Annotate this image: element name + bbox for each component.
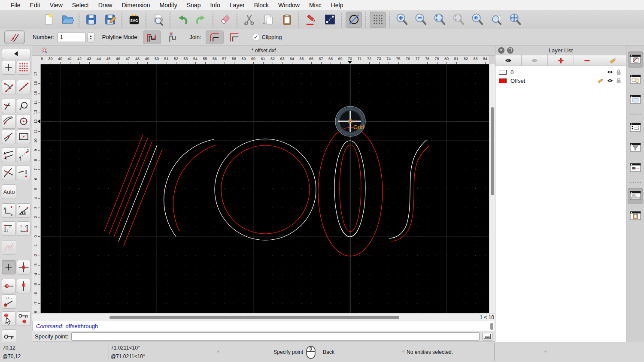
zoom-out-button[interactable] — [413, 12, 429, 28]
coord-polar-button[interactable] — [17, 203, 31, 218]
polyline-mode-segment-button[interactable] — [163, 30, 181, 44]
menu-block[interactable]: Block — [249, 2, 273, 9]
distance-2-1-button[interactable] — [17, 221, 31, 236]
horizontal-scrollbar-handle[interactable] — [109, 316, 399, 319]
paste-button[interactable] — [279, 12, 295, 28]
snap-auto-intersection-button[interactable] — [2, 148, 16, 162]
cut-button[interactable] — [241, 12, 257, 28]
set-relative-zero-button[interactable] — [2, 311, 16, 326]
new-document-button[interactable] — [40, 12, 56, 28]
polyline-mode-join-button[interactable] — [143, 30, 161, 44]
restrict-horizontal-button[interactable] — [2, 279, 16, 293]
horizontal-scrollbar[interactable]: 1 < 10 — [32, 313, 495, 321]
number-stepper[interactable]: ▲▼ — [87, 32, 94, 42]
vertical-scrollbar[interactable] — [489, 64, 495, 313]
redo-button[interactable] — [193, 12, 209, 28]
menu-select[interactable]: Select — [67, 2, 94, 9]
command-history[interactable]: Command: offsetthrough — [32, 321, 495, 331]
circle-slash-tool-button[interactable] — [346, 12, 362, 28]
coord-cartesian-button[interactable] — [2, 203, 16, 218]
delete-button[interactable] — [217, 12, 233, 28]
menu-info[interactable]: Info — [205, 2, 225, 9]
svg-export-button[interactable] — [126, 12, 142, 28]
draw-pencil-button[interactable] — [303, 12, 319, 28]
show-all-layers-button[interactable] — [495, 55, 522, 66]
menu-view[interactable]: View — [45, 2, 67, 9]
zoom-auto-button[interactable] — [431, 12, 448, 28]
drawing-canvas[interactable]: Grid — [41, 64, 489, 313]
restrict-nothing-button[interactable] — [2, 260, 16, 275]
menu-file[interactable]: File — [6, 2, 25, 9]
snap-center-button[interactable] — [17, 114, 31, 129]
menu-dimension[interactable]: Dimension — [117, 2, 155, 9]
snap-on-entity-button[interactable] — [17, 80, 31, 94]
save-button[interactable] — [83, 12, 99, 28]
document-tab-bar[interactable]: * offset.dxf — [32, 45, 495, 56]
number-input[interactable] — [58, 33, 86, 42]
copy-button[interactable] — [260, 12, 276, 28]
snap-free-button[interactable] — [2, 60, 16, 75]
edit-layer-button[interactable] — [600, 55, 626, 66]
dock-library-browser-button[interactable] — [628, 92, 643, 108]
command-window-toggle-button[interactable] — [482, 332, 492, 341]
layer-visibility-toggle[interactable] — [605, 69, 615, 75]
dock-clipboard-button[interactable] — [628, 208, 643, 224]
clipping-checkbox[interactable]: ✓ Clipping — [253, 34, 282, 40]
layer-row[interactable]: Offset — [495, 76, 626, 85]
active-tool-button[interactable] — [4, 30, 25, 44]
hide-all-layers-button[interactable] — [522, 55, 548, 66]
zoom-pan-button[interactable] — [507, 12, 523, 28]
layer-row[interactable]: 0 — [495, 68, 626, 76]
menu-help[interactable]: Help — [326, 2, 348, 9]
join-miter-button[interactable] — [225, 30, 243, 44]
layer-lock-toggle[interactable] — [615, 69, 623, 75]
layer-lock-toggle[interactable] — [615, 78, 623, 84]
snap-angle-button[interactable] — [2, 294, 16, 309]
restrict-orthogonal-button[interactable] — [17, 260, 31, 275]
grid-toggle-button[interactable] — [370, 12, 386, 28]
open-file-button[interactable] — [59, 12, 75, 28]
command-history-scrollbar[interactable] — [490, 323, 493, 330]
menu-modify[interactable]: Modify — [155, 2, 182, 9]
distance-1-2-button[interactable] — [2, 221, 16, 236]
dock-property-editor-button[interactable] — [628, 120, 643, 136]
snap-intersection-button[interactable] — [2, 166, 16, 180]
polyline-faded-button[interactable] — [2, 240, 16, 255]
menu-draw[interactable]: Draw — [94, 2, 117, 9]
join-round-button[interactable] — [206, 30, 224, 44]
snap-tangent-button[interactable] — [2, 114, 16, 129]
snap-endpoints-button[interactable] — [2, 80, 16, 94]
dock-command-line-button[interactable] — [628, 188, 643, 204]
auto-snap-button[interactable]: Auto — [2, 184, 16, 199]
menu-misc[interactable]: Misc — [304, 2, 326, 9]
layer-visibility-toggle[interactable] — [605, 78, 615, 84]
snap-nearest-button[interactable] — [2, 130, 16, 144]
snap-middle-button[interactable] — [17, 130, 31, 144]
snap-reference-button[interactable] — [17, 99, 31, 113]
menu-snap[interactable]: Snap — [182, 2, 206, 9]
dock-block-list-button[interactable] — [628, 72, 643, 88]
dock-selection-filter-button[interactable] — [628, 140, 643, 156]
restrict-vertical-button[interactable] — [17, 279, 31, 293]
add-layer-button[interactable] — [548, 55, 574, 66]
undo-button[interactable] — [174, 12, 190, 28]
remove-layer-button[interactable] — [574, 55, 600, 66]
zoom-selection-button[interactable] — [450, 12, 467, 28]
menu-layer[interactable]: Layer — [225, 2, 249, 9]
line-tool-button[interactable] — [322, 12, 338, 28]
snap-grid-button[interactable] — [17, 60, 31, 75]
lock-relative-zero-button[interactable] — [17, 311, 31, 326]
dock-layer-list-button[interactable] — [628, 51, 643, 68]
back-arrow-button[interactable] — [2, 49, 30, 59]
zoom-window-button[interactable] — [488, 12, 504, 28]
command-input[interactable] — [71, 332, 480, 341]
print-preview-button[interactable] — [150, 12, 166, 28]
zoom-previous-button[interactable] — [469, 12, 486, 28]
zoom-in-button[interactable] — [394, 12, 410, 28]
vertical-scrollbar-handle[interactable] — [491, 107, 494, 195]
menu-window[interactable]: Window — [273, 2, 304, 9]
dock-view-options-button[interactable] — [628, 160, 643, 176]
snap-restrict-warning-button[interactable] — [17, 166, 31, 180]
save-as-button[interactable] — [102, 12, 118, 28]
snap-distance-manual-button[interactable] — [17, 148, 31, 162]
